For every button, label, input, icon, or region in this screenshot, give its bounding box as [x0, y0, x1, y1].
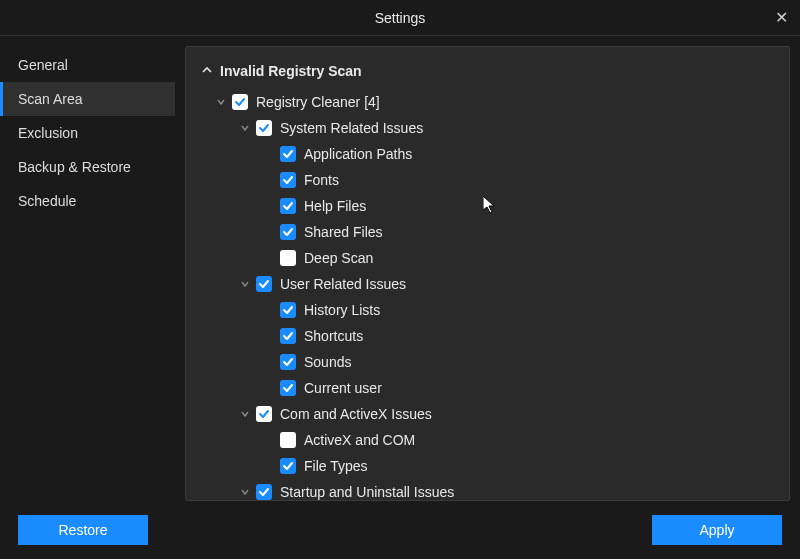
expander-icon[interactable]: [238, 279, 252, 290]
tree-scroll[interactable]: Invalid Registry Scan Registry Cleaner […: [186, 47, 789, 500]
tree-row: Com and ActiveX Issues: [196, 401, 785, 427]
tree-row: Help Files: [196, 193, 785, 219]
tree-label[interactable]: Shared Files: [304, 224, 383, 240]
checkbox[interactable]: [280, 146, 296, 162]
tree-row: History Lists: [196, 297, 785, 323]
tree-row: ActiveX and COM: [196, 427, 785, 453]
tree-row: Deep Scan: [196, 245, 785, 271]
expander-icon[interactable]: [238, 123, 252, 134]
sidebar-item-general[interactable]: General: [0, 48, 175, 82]
tree-row: Application Paths: [196, 141, 785, 167]
tree: Registry Cleaner [4]System Related Issue…: [196, 89, 785, 500]
tree-row: Sounds: [196, 349, 785, 375]
tree-row: Startup and Uninstall Issues: [196, 479, 785, 500]
tree-label[interactable]: Sounds: [304, 354, 351, 370]
expander-icon[interactable]: [238, 487, 252, 498]
checkbox[interactable]: [280, 172, 296, 188]
tree-label[interactable]: Registry Cleaner [4]: [256, 94, 380, 110]
chevron-up-icon: [200, 64, 214, 78]
tree-label[interactable]: Current user: [304, 380, 382, 396]
expander-icon[interactable]: [238, 409, 252, 420]
group-header[interactable]: Invalid Registry Scan: [196, 57, 785, 89]
checkbox[interactable]: [256, 120, 272, 136]
content-wrap: Invalid Registry Scan Registry Cleaner […: [175, 36, 800, 501]
checkbox[interactable]: [280, 354, 296, 370]
checkbox[interactable]: [280, 198, 296, 214]
tree-label[interactable]: Help Files: [304, 198, 366, 214]
checkbox[interactable]: [280, 380, 296, 396]
checkbox[interactable]: [280, 224, 296, 240]
checkbox[interactable]: [232, 94, 248, 110]
apply-button[interactable]: Apply: [652, 515, 782, 545]
sidebar-item-exclusion[interactable]: Exclusion: [0, 116, 175, 150]
footer: Restore Apply: [0, 501, 800, 559]
tree-label[interactable]: Deep Scan: [304, 250, 373, 266]
tree-label[interactable]: History Lists: [304, 302, 380, 318]
window-title: Settings: [375, 10, 426, 26]
group-label: Invalid Registry Scan: [220, 63, 362, 79]
tree-row: File Types: [196, 453, 785, 479]
checkbox[interactable]: [256, 484, 272, 500]
tree-row: User Related Issues: [196, 271, 785, 297]
tree-row: Fonts: [196, 167, 785, 193]
checkbox[interactable]: [280, 458, 296, 474]
tree-label[interactable]: Application Paths: [304, 146, 412, 162]
checkbox[interactable]: [280, 328, 296, 344]
close-icon[interactable]: ✕: [775, 8, 788, 27]
sidebar-item-scan-area[interactable]: Scan Area: [0, 82, 175, 116]
checkbox[interactable]: [280, 302, 296, 318]
tree-row: Current user: [196, 375, 785, 401]
tree-row: Shortcuts: [196, 323, 785, 349]
sidebar-item-schedule[interactable]: Schedule: [0, 184, 175, 218]
tree-label[interactable]: ActiveX and COM: [304, 432, 415, 448]
tree-row: System Related Issues: [196, 115, 785, 141]
tree-label[interactable]: User Related Issues: [280, 276, 406, 292]
tree-row: Shared Files: [196, 219, 785, 245]
tree-label[interactable]: File Types: [304, 458, 368, 474]
content-panel: Invalid Registry Scan Registry Cleaner […: [185, 46, 790, 501]
checkbox[interactable]: [256, 406, 272, 422]
tree-label[interactable]: Shortcuts: [304, 328, 363, 344]
tree-label[interactable]: System Related Issues: [280, 120, 423, 136]
tree-label[interactable]: Startup and Uninstall Issues: [280, 484, 454, 500]
titlebar: Settings ✕: [0, 0, 800, 36]
tree-label[interactable]: Fonts: [304, 172, 339, 188]
tree-row: Registry Cleaner [4]: [196, 89, 785, 115]
restore-button[interactable]: Restore: [18, 515, 148, 545]
tree-label[interactable]: Com and ActiveX Issues: [280, 406, 432, 422]
body: GeneralScan AreaExclusionBackup & Restor…: [0, 36, 800, 501]
expander-icon[interactable]: [214, 97, 228, 108]
sidebar: GeneralScan AreaExclusionBackup & Restor…: [0, 36, 175, 501]
checkbox[interactable]: [280, 432, 296, 448]
settings-window: Settings ✕ GeneralScan AreaExclusionBack…: [0, 0, 800, 559]
checkbox[interactable]: [256, 276, 272, 292]
sidebar-item-backup-restore[interactable]: Backup & Restore: [0, 150, 175, 184]
checkbox[interactable]: [280, 250, 296, 266]
